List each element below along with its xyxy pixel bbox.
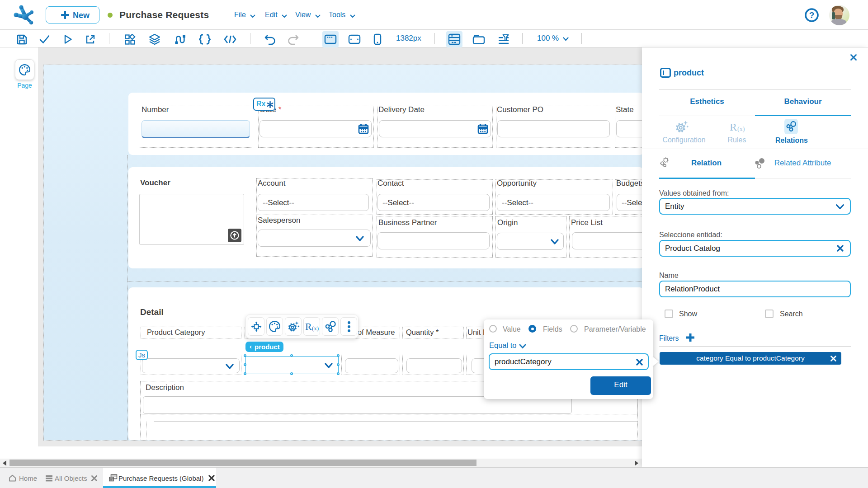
svg-text:(x): (x) <box>312 325 319 332</box>
svg-text:?: ? <box>809 10 815 20</box>
svg-text:R: R <box>730 121 737 133</box>
svg-text:R: R <box>305 321 312 332</box>
svg-text:(x): (x) <box>737 126 745 133</box>
